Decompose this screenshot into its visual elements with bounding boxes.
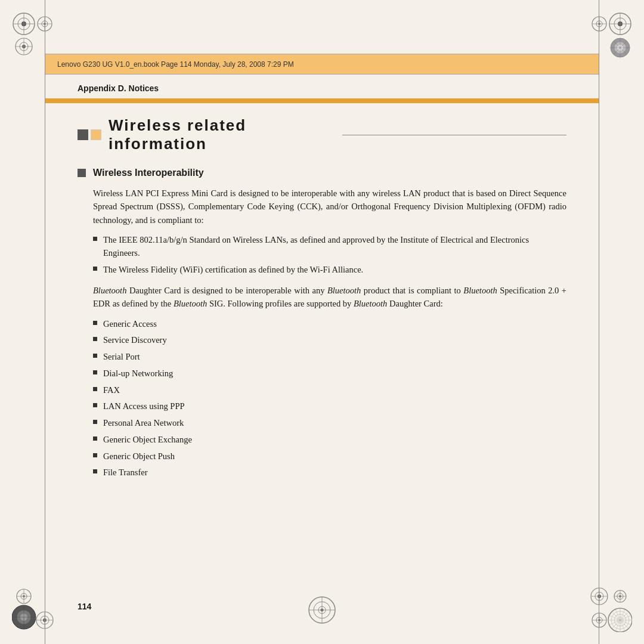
bullet-square <box>93 420 97 424</box>
bluetooth-italic-2: Bluetooth <box>327 286 361 295</box>
main-content: Wireless related information Wireless In… <box>78 110 566 584</box>
orange-band <box>45 98 599 103</box>
corner-decoration-tr <box>584 12 632 60</box>
bullet-text: Generic Access <box>103 318 157 331</box>
list-item-fax: FAX <box>93 384 566 397</box>
heading-square-light <box>91 129 101 140</box>
bullet-text: Personal Area Network <box>103 417 184 430</box>
section-heading: Wireless related information <box>78 116 566 153</box>
bullet-text: Serial Port <box>103 351 140 364</box>
bottom-center-decoration <box>307 595 337 627</box>
bullet-text: Service Discovery <box>103 334 167 347</box>
corner-decoration-br <box>584 584 632 632</box>
bullet-square <box>93 370 97 374</box>
bullet-square <box>93 337 97 341</box>
heading-line <box>342 135 566 135</box>
list-item-generic-access: Generic Access <box>93 318 566 331</box>
heading-square-dark <box>78 129 88 140</box>
bluetooth-italic-3: Bluetooth <box>463 286 497 295</box>
corner-decoration-bl <box>12 584 60 632</box>
border-left <box>45 0 45 644</box>
bluetooth-italic-1: Bluetooth <box>93 286 126 295</box>
bullet-item-wifi: The Wireless Fidelity (WiFi) certificati… <box>93 264 566 277</box>
subsection-bullet-square <box>78 169 86 177</box>
bullet-square <box>93 469 97 473</box>
page-number: 114 <box>78 602 91 611</box>
section-title: Wireless related information <box>109 116 333 153</box>
bullet-square <box>93 237 97 241</box>
bullet-text: FAX <box>103 384 120 397</box>
corner-decoration-tl <box>12 12 60 60</box>
list-item-lan-access: LAN Access using PPP <box>93 400 566 413</box>
bullet-square <box>93 403 97 407</box>
bullet-square <box>93 267 97 271</box>
bullet-text: Generic Object Exchange <box>103 434 192 447</box>
bullet-item-ieee: The IEEE 802.11a/b/g/n Standard on Wirel… <box>93 234 566 260</box>
bullet-text: Dial-up Networking <box>103 367 173 380</box>
bullet-item-text: The IEEE 802.11a/b/g/n Standard on Wirel… <box>103 234 566 260</box>
list-item-file-transfer: File Transfer <box>93 466 566 479</box>
list-item-gop: Generic Object Push <box>93 450 566 463</box>
list-item-serial-port: Serial Port <box>93 351 566 364</box>
list-item-dialup: Dial-up Networking <box>93 367 566 380</box>
list-item-goep: Generic Object Exchange <box>93 434 566 447</box>
file-info: Lenovo G230 UG V1.0_en.book Page 114 Mon… <box>57 60 294 69</box>
list-item-service-discovery: Service Discovery <box>93 334 566 347</box>
paragraph-1: Wireless LAN PCI Express Mini Card is de… <box>78 187 566 227</box>
bullet-square <box>93 321 97 325</box>
subsection-title-text: Wireless Interoperability <box>93 168 204 178</box>
bullet-square <box>93 453 97 457</box>
bullet-text: File Transfer <box>103 466 148 479</box>
header-bar: Lenovo G230 UG V1.0_en.book Page 114 Mon… <box>45 54 599 75</box>
paragraph-2: Bluetooth Daughter Card is designed to b… <box>78 284 566 311</box>
list-item-pan: Personal Area Network <box>93 417 566 430</box>
subsection-title-row: Wireless Interoperability <box>78 168 566 178</box>
appendix-label: Appendix D. Notices <box>78 83 159 93</box>
bluetooth-italic-5: Bluetooth <box>354 299 387 308</box>
bullet-text: Generic Object Push <box>103 450 175 463</box>
bullet-square <box>93 387 97 391</box>
bullet-square <box>93 436 97 441</box>
bullet-list-1: The IEEE 802.11a/b/g/n Standard on Wirel… <box>78 234 566 276</box>
bluetooth-italic-4: Bluetooth <box>174 299 207 308</box>
bullet-square <box>93 354 97 358</box>
bullet-text: LAN Access using PPP <box>103 400 185 413</box>
bullet-list-2: Generic Access Service Discovery Serial … <box>78 318 566 480</box>
bullet-item-text: The Wireless Fidelity (WiFi) certificati… <box>103 264 363 277</box>
border-right <box>599 0 599 644</box>
heading-squares <box>78 129 101 140</box>
